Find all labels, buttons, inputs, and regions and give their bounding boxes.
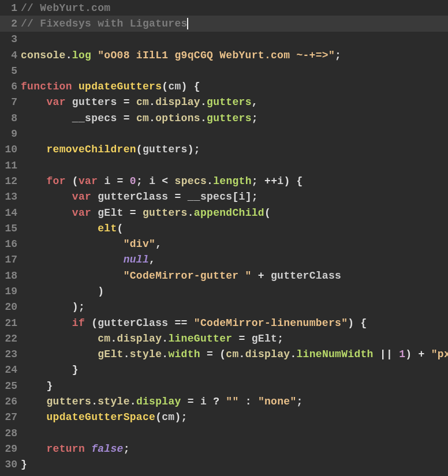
token [21,301,72,313]
code-line[interactable]: 21 if (gutterClass == "CodeMirror-linenu… [0,315,448,331]
token: lineNumWidth [297,348,374,360]
code-line[interactable]: 15 elt( [0,220,448,236]
code-line[interactable]: 30} [0,457,448,473]
token [264,270,271,282]
code-content[interactable]: console.log "oO08 iIlL1 g9qCGQ WebYurt.c… [21,50,448,61]
code-content[interactable]: gutters.style.display = i ? "" : "none"; [21,396,448,407]
code-content[interactable]: __specs = cm.options.gutters; [21,113,448,124]
code-content[interactable]: gElt.style.width = (cm.display.lineNumWi… [21,348,448,360]
token [117,113,124,124]
token: = [130,207,136,219]
code-content[interactable]: // Fixedsys with Ligatures [21,18,448,29]
code-line[interactable]: 3 [0,32,448,47]
token: . [162,348,168,360]
token: ( [162,81,168,92]
token [91,191,98,203]
token [412,348,418,360]
code-content[interactable]: "CodeMirror-gutter " + gutterClass [21,270,448,282]
token: ( [155,411,162,423]
token [98,175,104,187]
code-content[interactable]: cm.display.lineGutter = gElt; [21,333,448,344]
token: . [124,348,130,360]
token: . [149,113,155,124]
code-content[interactable]: return false; [21,443,448,455]
line-number: 14 [0,207,21,219]
token: elt [98,223,117,234]
code-line[interactable]: 29 return false; [0,441,448,456]
token: ? [213,396,219,407]
code-content[interactable]: function updateGutters(cm) { [21,81,448,92]
code-content[interactable]: for (var i = 0; i < specs.length; ++i) { [21,175,448,187]
code-line[interactable]: 27 updateGutterSpace(cm); [0,410,448,425]
code-line[interactable]: 18 "CodeMirror-gutter " + gutterClass [0,268,448,283]
code-line[interactable]: 11 [0,158,448,173]
code-line[interactable]: 14 var gElt = gutters.appendChild( [0,205,448,220]
code-line[interactable]: 4console.log "oO08 iIlL1 g9qCGQ WebYurt.… [0,47,448,63]
code-line[interactable]: 24 } [0,362,448,378]
token [245,333,252,344]
code-content[interactable]: var gElt = gutters.appendChild( [21,207,448,219]
line-number: 2 [0,18,21,29]
token [155,175,162,187]
code-content[interactable]: var gutterClass = __specs[i]; [21,191,448,203]
code-content[interactable]: removeChildren(gutters); [21,144,448,155]
token: . [200,113,207,124]
token: . [110,333,117,344]
code-line[interactable]: 7 var gutters = cm.display.gutters, [0,95,448,110]
code-content[interactable]: } [21,459,448,470]
code-content[interactable]: // WebYurt.com [21,2,448,14]
code-line[interactable]: 8 __specs = cm.options.gutters; [0,110,448,126]
token [21,254,124,265]
token: lineGutter [168,333,232,344]
code-content[interactable]: "div", [21,238,448,250]
code-content[interactable]: elt( [21,223,448,234]
token: gutters [143,144,188,155]
token [21,96,46,108]
code-line[interactable]: 10 removeChildren(gutters); [0,142,448,158]
code-line[interactable]: 1// WebYurt.com [0,0,448,16]
code-line[interactable]: 26 gutters.style.display = i ? "" : "non… [0,393,448,409]
code-line[interactable]: 16 "div", [0,236,448,252]
code-content[interactable]: var gutters = cm.display.gutters, [21,96,448,108]
token: removeChildren [46,144,136,155]
code-line[interactable]: 12 for (var i = 0; i < specs.length; ++i… [0,173,448,189]
code-content[interactable]: updateGutterSpace(cm); [21,411,448,423]
code-line[interactable]: 22 cm.display.lineGutter = gElt; [0,331,448,346]
code-content[interactable]: ); [21,301,448,313]
token: specs [175,175,207,187]
line-number: 29 [0,443,21,455]
code-line[interactable]: 19 ) [0,283,448,299]
token: . [290,348,296,360]
token: . [149,96,155,108]
token [168,191,174,203]
token: gutterClass [98,317,168,329]
token: // WebYurt.com [21,2,110,14]
code-content[interactable]: null, [21,254,448,265]
token: = [239,333,245,344]
code-content[interactable]: ) [21,286,448,297]
code-content[interactable]: } [21,364,448,376]
token [194,396,200,407]
code-line[interactable]: 9 [0,126,448,141]
code-content[interactable]: } [21,380,448,392]
code-line[interactable]: 20 ); [0,299,448,315]
code-line[interactable]: 6function updateGutters(cm) { [0,78,448,94]
token: var [79,175,98,187]
code-line[interactable]: 28 [0,425,448,441]
code-line[interactable]: 13 var gutterClass = __specs[i]; [0,189,448,205]
token: . [207,175,213,187]
token: . [162,333,168,344]
token [130,96,136,108]
code-line[interactable]: 25 } [0,378,448,393]
code-line[interactable]: 23 gElt.style.width = (cm.display.lineNu… [0,347,448,362]
token: gutters [143,207,188,219]
code-content[interactable]: if (gutterClass == "CodeMirror-linenumbe… [21,317,448,329]
token [21,270,124,282]
code-line[interactable]: 17 null, [0,252,448,268]
token [354,317,360,329]
token: for [46,175,65,187]
code-line[interactable]: 5 [0,63,448,78]
code-line[interactable]: 2// Fixedsys with Ligatures [0,16,448,31]
code-editor[interactable]: 1// WebYurt.com2// Fixedsys with Ligatur… [0,0,448,476]
token: cm [98,333,110,344]
